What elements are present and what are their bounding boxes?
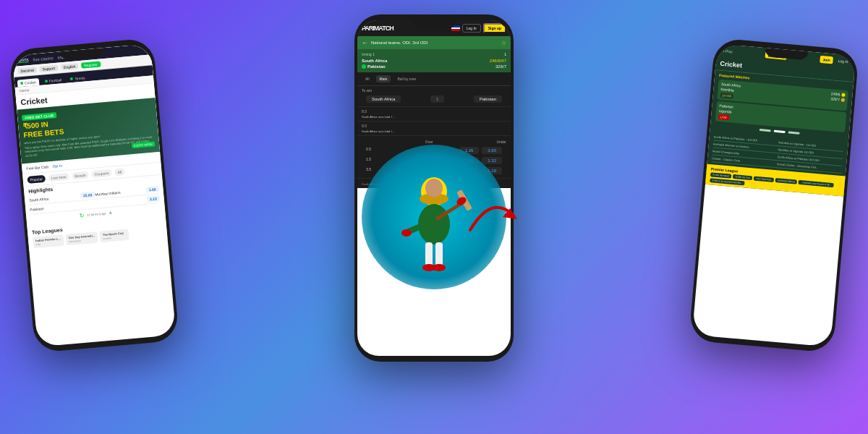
- to-win-num[interactable]: 1: [430, 95, 444, 103]
- right-screen-content: In-Play bet365 Join Log In Cricket Featu…: [705, 43, 856, 196]
- league-chip-marsh[interactable]: The Marsh Cup Australia: [99, 229, 129, 242]
- to-win-label: To win: [362, 88, 506, 93]
- back-button[interactable]: ←: [362, 39, 368, 46]
- pm-match-header: ← National teams. ODI. 3rd ODI ☆: [357, 36, 511, 49]
- toolbar-decimal[interactable]: Decimal: [17, 67, 37, 74]
- coupon-item-2[interactable]: To Win the Toss: [733, 174, 753, 180]
- bet365-login-button[interactable]: Log In: [835, 57, 851, 66]
- phone-left: sports live casino esports blog Decimal …: [9, 38, 179, 353]
- footer-desc: South Africa Runs total in delivery 2. I…: [357, 178, 511, 188]
- match1-team2: Namibia: [720, 87, 734, 93]
- odds-line-15: 1.5: [366, 157, 456, 164]
- opt-in-link[interactable]: Opt In: [52, 163, 62, 168]
- pm-header-buttons: Log In Sign up: [451, 23, 506, 33]
- live-dot-cricket: [20, 82, 23, 85]
- odds-over-15[interactable]: 3.20: [459, 157, 480, 164]
- odds-over-35[interactable]: 4.40: [459, 167, 480, 174]
- filter-coupons[interactable]: Coupons: [91, 169, 112, 178]
- match-odds-3[interactable]: 2.10: [147, 195, 160, 203]
- live-dot-football: [44, 80, 47, 82]
- runs-line-9: 9.5: [362, 124, 506, 128]
- left-screen-content: sports live casino esports blog Decimal …: [12, 43, 168, 250]
- odds-under-05[interactable]: 3.60: [482, 147, 502, 154]
- team2-score-row: Pakistan 326/7: [362, 64, 506, 69]
- league-chip-ipl[interactable]: Indian Premier L... India: [33, 234, 64, 249]
- team2-score: 326/7: [495, 64, 506, 69]
- center-phone-screen: PARIMATCH Log In Sign up ← National team…: [357, 20, 511, 356]
- market-tab-all[interactable]: All: [362, 75, 373, 82]
- filter-boosts[interactable]: Boosts: [72, 171, 89, 179]
- coupon-item-4[interactable]: 1st Wicket Method: [775, 178, 797, 184]
- odds-row-05: 0.5 1.26 3.60: [362, 145, 506, 156]
- match-team-4: [88, 199, 147, 204]
- filter-live-now[interactable]: Live Now: [48, 173, 69, 182]
- match-odds-2[interactable]: 1.66: [146, 186, 159, 193]
- phone-right: In-Play bet365 Join Log In Cricket Featu…: [689, 38, 859, 353]
- odds-over-05[interactable]: 1.26: [459, 147, 480, 154]
- odds-table-header: Over Under 0.5 1.26 3.60 1.5 3.20 1.32 3…: [357, 136, 511, 178]
- odds-row-35: 3.5 4.40 1.19: [362, 166, 506, 176]
- team1-name: South Africa: [362, 59, 387, 63]
- match-time: 17:00 Fri 9 Apr: [87, 211, 106, 216]
- bet365-auth-buttons: Join Log In: [820, 56, 851, 66]
- odds-under-35[interactable]: 1.19: [482, 167, 502, 174]
- odds-under-15[interactable]: 1.32: [482, 157, 502, 164]
- runs-market-9: 9.5 South Africa runs total. I...: [357, 122, 511, 136]
- nav-dot-3[interactable]: [788, 131, 800, 134]
- market-tab-ball[interactable]: Ball by over: [393, 75, 420, 82]
- innings-num: 1: [504, 52, 506, 56]
- odds-header-under: Under: [496, 140, 506, 144]
- match-odds-1[interactable]: 15.00: [80, 192, 95, 199]
- refresh-icon[interactable]: ↻: [79, 212, 85, 219]
- match-title: National teams. ODI. 3rd ODI: [371, 41, 498, 45]
- pm-signup-button[interactable]: Sign up: [483, 23, 506, 33]
- filter-all[interactable]: All: [114, 168, 124, 176]
- live-indicator: [362, 64, 366, 69]
- match1-score1: 249/6: [831, 91, 841, 96]
- live-dot-tennis: [70, 77, 73, 80]
- filter-popular[interactable]: Popular: [27, 175, 46, 184]
- right-phone-screen: In-Play bet365 Join Log In Cricket Featu…: [692, 43, 856, 346]
- runs-desc-9: South Africa runs total. I...: [362, 129, 506, 133]
- toolbar-support[interactable]: Support: [39, 65, 58, 72]
- parimatch-logo: PARIMATCH: [362, 25, 393, 32]
- odds-line-05: 0.5: [366, 147, 456, 154]
- match2-live-tag: LIVE: [718, 114, 729, 120]
- match2-team2: Uganda: [719, 109, 732, 114]
- score-area: Inning 1 1 South Africa 246/9/47 Pakista…: [357, 49, 511, 72]
- bet365-join-button[interactable]: Join: [820, 56, 833, 64]
- odds-row-15: 1.5 3.20 1.32: [362, 156, 506, 166]
- nav-dot-1[interactable]: [760, 129, 771, 132]
- to-win-market: To win South Africa 1 Pakistan: [357, 86, 511, 107]
- left-phone-screen: sports live casino esports blog Decimal …: [12, 43, 176, 346]
- nav-live-casino[interactable]: live casino: [33, 56, 53, 61]
- promo-badge: FREE BET CLUB: [22, 112, 57, 121]
- odds-line-35: 3.5: [366, 167, 456, 174]
- pm-login-button[interactable]: Log In: [462, 24, 481, 33]
- phone-notch-center: [412, 20, 456, 29]
- b365-inplay[interactable]: In-Play: [721, 48, 733, 54]
- runs-desc-8: South Africa runs total. I...: [362, 115, 506, 119]
- center-screen-content: PARIMATCH Log In Sign up ← National team…: [357, 20, 511, 188]
- league-chip-odi[interactable]: One Day Internati... International: [65, 231, 98, 246]
- add-bet-icon[interactable]: +: [109, 210, 112, 216]
- team2-flag: [841, 98, 845, 101]
- phone-center: PARIMATCH Log In Sign up ← National team…: [354, 14, 514, 362]
- coupon-item-1[interactable]: To Win the Match: [710, 172, 732, 179]
- to-win-team1[interactable]: South Africa: [366, 95, 401, 103]
- toolbar-english[interactable]: English: [61, 63, 79, 70]
- toolbar-register[interactable]: Register: [81, 61, 101, 69]
- market-tab-main[interactable]: Main: [376, 75, 391, 82]
- runs-line-8: 8.5: [362, 109, 506, 114]
- to-win-team2[interactable]: Pakistan: [474, 95, 502, 103]
- favorite-icon[interactable]: ☆: [501, 40, 506, 46]
- innings-info: Inning 1 1: [362, 52, 506, 56]
- coupon-item-3[interactable]: Over Total Runs: [754, 176, 774, 182]
- bet365-nav: In-Play: [721, 48, 733, 54]
- match1-score2: 326/7: [830, 96, 840, 101]
- market-tabs: All Main Ball by over: [357, 72, 511, 86]
- nav-sports[interactable]: sports: [17, 57, 29, 63]
- match1-tag: 1st ODI: [720, 93, 733, 99]
- odds-header-over: Over: [425, 140, 433, 144]
- nav-dot-2[interactable]: [774, 130, 786, 133]
